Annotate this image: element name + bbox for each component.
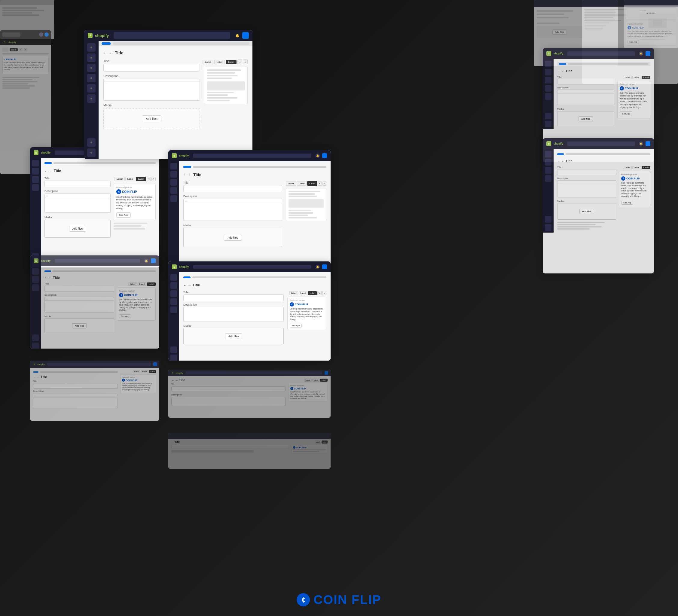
search-rt[interactable] xyxy=(567,51,635,55)
sb-bc-5[interactable] xyxy=(171,307,177,313)
sb-ml-3[interactable] xyxy=(32,176,39,183)
sb-ml-2[interactable] xyxy=(32,168,39,175)
lbl-ml-2[interactable]: Label xyxy=(125,177,136,181)
sidebar-apps-icon[interactable] xyxy=(87,148,96,157)
sb-icon-rt-4[interactable] xyxy=(545,85,552,92)
bell-mr[interactable]: 🔔 xyxy=(639,142,643,146)
sb-bl-1[interactable] xyxy=(32,268,39,275)
bell-bl[interactable]: 🔔 xyxy=(144,259,148,263)
sidebar-orders-icon[interactable] xyxy=(87,53,96,62)
see-app-mr[interactable]: See App xyxy=(621,201,633,205)
title-input-mr[interactable] xyxy=(557,169,616,175)
nav-next-ml[interactable]: > xyxy=(151,177,156,181)
sb-bc-1[interactable] xyxy=(171,274,177,281)
sb-ml-4[interactable] xyxy=(32,184,39,191)
sb-bl-4[interactable] xyxy=(32,335,39,341)
sb-icon-rt-7[interactable] xyxy=(545,121,552,127)
title-input-rt[interactable] xyxy=(557,79,614,84)
sb-mr-1[interactable] xyxy=(545,151,552,157)
search-bl[interactable] xyxy=(55,259,140,263)
add-files-ml[interactable]: Add files xyxy=(69,226,86,232)
avatar-mc[interactable] xyxy=(322,153,327,158)
lbl-bl-2[interactable]: Label xyxy=(138,282,146,286)
add-files-mc[interactable]: Add files xyxy=(224,235,242,241)
lbl-rt-2[interactable]: Label xyxy=(632,76,641,79)
sb-mr-4[interactable] xyxy=(545,175,552,182)
nav-next-bc[interactable]: > xyxy=(322,291,326,295)
nav-next[interactable]: > xyxy=(243,60,248,64)
media-bl[interactable]: Add files xyxy=(44,318,114,333)
nav-prev-mc[interactable]: < xyxy=(318,182,322,186)
sb-mc-4[interactable] xyxy=(171,187,177,194)
nav-prev[interactable]: < xyxy=(237,60,242,64)
media-dropzone-main[interactable]: Add files xyxy=(103,108,200,129)
sb-icon-rt-5[interactable] xyxy=(545,93,552,100)
title-input-mc[interactable] xyxy=(183,185,282,192)
see-app-bl[interactable]: See App xyxy=(119,314,131,318)
see-app-rt[interactable]: See App xyxy=(620,112,632,116)
topbar-avatar[interactable] xyxy=(242,32,249,39)
title-input[interactable] xyxy=(103,64,200,72)
sidebar-customers-icon[interactable] xyxy=(87,74,96,82)
label-btn-2[interactable]: Label xyxy=(214,60,225,64)
desc-textarea-bl[interactable] xyxy=(44,301,114,312)
lbl-rt-1[interactable]: Label xyxy=(623,76,632,79)
sb-icon-rt-3[interactable] xyxy=(545,77,552,83)
sb-bl-3[interactable] xyxy=(32,284,39,291)
nav-next-mc[interactable]: > xyxy=(323,182,326,186)
sb-mc-3[interactable] xyxy=(171,179,177,186)
avatar-bl[interactable] xyxy=(151,259,156,263)
see-app-bc[interactable]: See App xyxy=(290,323,302,328)
lbl-rt-3[interactable]: Label xyxy=(642,76,650,79)
bell-mc[interactable]: 🔔 xyxy=(315,154,320,158)
desc-textarea-rt[interactable] xyxy=(557,93,614,105)
label-btn-3-active[interactable]: Label xyxy=(226,60,236,64)
lbl-mr-3[interactable]: Label xyxy=(642,166,650,169)
add-files-bc[interactable]: Add files xyxy=(225,333,242,339)
lbl-mr-2[interactable]: Label xyxy=(632,166,641,169)
nav-prev-ml[interactable]: < xyxy=(147,177,151,181)
add-files-mr[interactable]: Add files xyxy=(579,209,594,214)
desc-textarea-mc[interactable] xyxy=(183,203,282,221)
sb-mr-2[interactable] xyxy=(545,159,552,165)
lbl-ml-1[interactable]: Label xyxy=(114,177,125,181)
search-mr[interactable] xyxy=(567,142,635,146)
sb-icon-rt-6[interactable] xyxy=(545,113,552,119)
search-mc[interactable] xyxy=(193,154,311,158)
lbl-mr-1[interactable]: Label xyxy=(623,166,632,169)
add-files-btn-rt[interactable]: Add files xyxy=(578,116,593,121)
add-files-button-main[interactable]: Add files xyxy=(142,115,161,122)
topbar-search[interactable] xyxy=(114,32,230,39)
sidebar-marketing-icon[interactable] xyxy=(87,94,96,103)
sb-mr-5[interactable] xyxy=(545,216,552,223)
lbl-ml-3[interactable]: Label xyxy=(136,177,146,181)
description-textarea[interactable] xyxy=(103,81,200,101)
title-input-ml[interactable] xyxy=(44,181,111,187)
bell-bc[interactable]: 🔔 xyxy=(315,265,320,269)
lbl-bc-2[interactable]: Label xyxy=(299,291,307,295)
media-mr[interactable]: Add files xyxy=(557,203,616,220)
sb-mc-2[interactable] xyxy=(171,171,177,178)
sb-bc-4[interactable] xyxy=(171,298,177,305)
desc-textarea-bc[interactable] xyxy=(183,307,284,322)
avatar-mr[interactable] xyxy=(645,141,650,146)
lbl-bl-1[interactable]: Label xyxy=(128,282,137,286)
sb-icon-rt-2[interactable] xyxy=(545,69,552,75)
sb-mr-3[interactable] xyxy=(545,167,552,174)
sidebar-analytics-icon[interactable] xyxy=(87,84,96,92)
desc-textarea-ml[interactable] xyxy=(44,198,111,213)
nav-prev-bc[interactable]: < xyxy=(317,291,322,295)
sb-bc-7[interactable] xyxy=(171,355,177,360)
see-app-ml[interactable]: See App xyxy=(116,213,131,218)
search-bc[interactable] xyxy=(193,265,311,269)
avatar-bc[interactable] xyxy=(322,264,327,269)
sb-bl-2[interactable] xyxy=(32,276,39,283)
avatar-rt[interactable] xyxy=(645,51,650,56)
desc-textarea-mr[interactable] xyxy=(557,184,616,197)
lbl-bl-3[interactable]: Label xyxy=(147,282,156,286)
sb-bc-6[interactable] xyxy=(171,346,177,353)
media-dropzone-rt[interactable]: Add files xyxy=(557,111,614,126)
lbl-bc-1[interactable]: Label xyxy=(290,291,298,295)
sb-bl-5[interactable] xyxy=(32,343,39,349)
lbl-mc-1[interactable]: Label xyxy=(286,181,296,186)
